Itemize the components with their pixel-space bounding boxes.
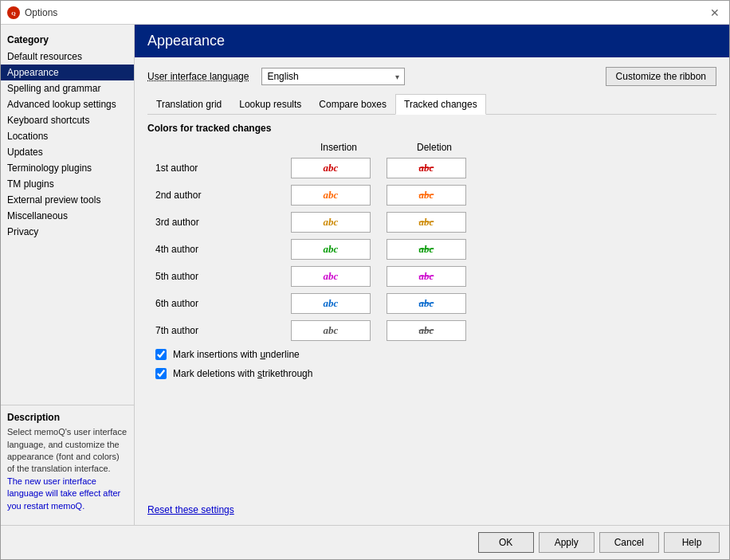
author3-insertion-btn[interactable]: abc — [291, 212, 371, 233]
author-label-1: 1st author — [147, 163, 291, 174]
author-row-2: 2nd author abc abc — [147, 185, 716, 206]
author4-deletion-btn[interactable]: abc — [387, 239, 466, 260]
sidebar-item-privacy[interactable]: Privacy — [1, 224, 134, 240]
author-label-3: 3rd author — [147, 217, 291, 228]
sidebar-item-keyboard[interactable]: Keyboard shortcuts — [1, 112, 134, 128]
main-header: Appearance — [135, 25, 729, 57]
sidebar-item-default-resources[interactable]: Default resources — [1, 49, 134, 65]
checkbox-row-deletions: Mark deletions with strikethrough — [147, 368, 716, 379]
help-button[interactable]: Help — [664, 532, 720, 553]
language-value: English — [267, 71, 298, 82]
sidebar: Category Default resources Appearance Sp… — [1, 25, 135, 525]
col-header-insertion: Insertion — [291, 142, 387, 153]
mark-deletions-label: Mark deletions with strikethrough — [173, 368, 312, 379]
tabs: Translation grid Lookup results Compare … — [147, 94, 716, 115]
ui-language-row: User interface language English ▾ Custom… — [147, 67, 716, 86]
author-label-7: 7th author — [147, 325, 291, 336]
cancel-button[interactable]: Cancel — [599, 532, 659, 553]
author1-insertion-btn[interactable]: abc — [291, 158, 371, 178]
sidebar-item-appearance[interactable]: Appearance — [1, 65, 134, 80]
language-dropdown[interactable]: English ▾ — [261, 68, 405, 85]
content-area: Category Default resources Appearance Sp… — [1, 25, 729, 525]
mark-deletions-checkbox[interactable] — [155, 368, 167, 379]
author-row-4: 4th author abc abc — [147, 239, 716, 260]
author-label-5: 5th author — [147, 271, 291, 282]
svg-text:Q: Q — [11, 10, 16, 17]
author5-deletion-btn[interactable]: abc — [387, 266, 466, 287]
author-label-6: 6th author — [147, 298, 291, 309]
author-row-5: 5th author abc abc — [147, 266, 716, 287]
author7-deletion-btn[interactable]: abc — [387, 320, 466, 341]
author3-deletion-btn[interactable]: abc — [387, 212, 466, 233]
sidebar-item-external-preview[interactable]: External preview tools — [1, 192, 134, 208]
sidebar-item-locations[interactable]: Locations — [1, 128, 134, 144]
colors-header: Insertion Deletion — [147, 142, 716, 153]
author-label-2: 2nd author — [147, 190, 291, 201]
sidebar-item-tm-plugins[interactable]: TM plugins — [1, 176, 134, 192]
tracked-changes-panel: Colors for tracked changes Insertion Del… — [147, 123, 716, 379]
close-button[interactable]: ✕ — [707, 5, 723, 21]
author6-deletion-btn[interactable]: abc — [387, 293, 466, 314]
col-header-deletion: Deletion — [387, 142, 482, 153]
main-panel: Appearance User interface language Engli… — [135, 25, 729, 525]
description-text: Select memoQ's user interface language, … — [7, 426, 128, 512]
footer: OK Apply Cancel Help — [1, 525, 729, 559]
app-icon: Q — [7, 6, 20, 19]
customize-ribbon-button[interactable]: Customize the ribbon — [606, 67, 716, 86]
sidebar-item-advanced-lookup[interactable]: Advanced lookup settings — [1, 96, 134, 112]
author7-insertion-btn[interactable]: abc — [291, 320, 371, 341]
author5-insertion-btn[interactable]: abc — [291, 266, 371, 287]
title-bar: Q Options ✕ — [1, 1, 729, 25]
sidebar-item-terminology[interactable]: Terminology plugins — [1, 160, 134, 176]
sidebar-item-spelling[interactable]: Spelling and grammar — [1, 80, 134, 96]
author4-insertion-btn[interactable]: abc — [291, 239, 371, 260]
author1-deletion-btn[interactable]: abc — [387, 158, 466, 178]
apply-button[interactable]: Apply — [539, 532, 595, 553]
author-row-3: 3rd author abc abc — [147, 212, 716, 233]
options-window: Q Options ✕ Category Default resources A… — [0, 0, 730, 560]
ui-language-label: User interface language — [147, 71, 249, 82]
sidebar-item-updates[interactable]: Updates — [1, 144, 134, 160]
window-title: Options — [25, 7, 57, 18]
sidebar-item-miscellaneous[interactable]: Miscellaneous — [1, 208, 134, 224]
tab-lookup-results[interactable]: Lookup results — [230, 94, 310, 114]
checkbox-row-insertions: Mark insertions with underline — [147, 349, 716, 360]
dropdown-arrow: ▾ — [395, 72, 399, 81]
tab-compare-boxes[interactable]: Compare boxes — [310, 94, 395, 114]
description-title: Description — [7, 412, 128, 423]
description-box: Description Select memoQ's user interfac… — [1, 405, 134, 519]
tab-tracked-changes[interactable]: Tracked changes — [395, 94, 486, 115]
section-title: Colors for tracked changes — [147, 123, 716, 134]
author-label-4: 4th author — [147, 244, 291, 255]
author-row-7: 7th author abc abc — [147, 320, 716, 341]
ok-button[interactable]: OK — [478, 532, 534, 553]
tab-translation-grid[interactable]: Translation grid — [147, 94, 230, 114]
category-label: Category — [1, 31, 134, 49]
mark-insertions-label: Mark insertions with underline — [173, 349, 300, 360]
author-row-6: 6th author abc abc — [147, 293, 716, 314]
reset-settings-link[interactable]: Reset these settings — [147, 496, 234, 515]
author2-deletion-btn[interactable]: abc — [387, 185, 466, 206]
author-row-1: 1st author abc abc — [147, 158, 716, 178]
author2-insertion-btn[interactable]: abc — [291, 185, 371, 206]
main-body: User interface language English ▾ Custom… — [135, 57, 729, 496]
mark-insertions-checkbox[interactable] — [155, 349, 167, 360]
author6-insertion-btn[interactable]: abc — [291, 293, 371, 314]
